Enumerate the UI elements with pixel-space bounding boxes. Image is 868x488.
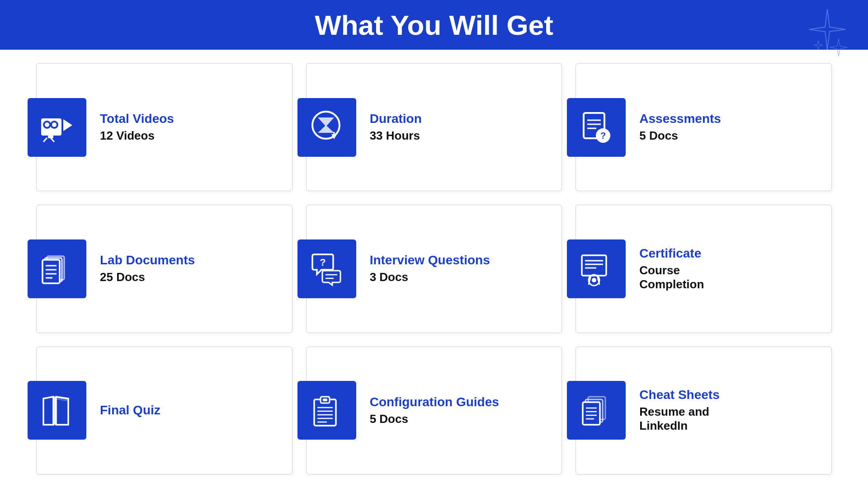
total-videos-subtitle: 12 Videos — [100, 129, 174, 143]
svg-line-6 — [43, 138, 47, 142]
final-quiz-title: Final Quiz — [100, 403, 160, 418]
lab-documents-title: Lab Documents — [100, 253, 195, 267]
configuration-guides-subtitle: 5 Docs — [370, 412, 499, 426]
duration-card: Duration 33 Hours — [306, 63, 562, 191]
svg-rect-43 — [323, 399, 327, 401]
cheat-sheets-subtitle: Resume and LinkedIn — [639, 405, 719, 433]
sheets-icon — [578, 392, 614, 428]
duration-icon-box — [297, 98, 356, 157]
clock-icon — [309, 109, 345, 145]
cheat-sheets-text: Cheat Sheets Resume and LinkedIn — [639, 388, 719, 433]
page-title: What You Will Get — [315, 9, 553, 41]
lab-documents-subtitle: 25 Docs — [100, 270, 195, 284]
svg-rect-30 — [582, 255, 606, 276]
final-quiz-icon-box — [28, 381, 86, 440]
total-videos-text: Total Videos 12 Videos — [100, 112, 174, 143]
certificate-title: Certificate — [639, 246, 704, 261]
svg-rect-51 — [583, 402, 600, 425]
svg-point-37 — [592, 278, 596, 282]
duration-subtitle: 33 Hours — [370, 129, 422, 143]
assessment-icon: ? — [578, 109, 614, 145]
assessments-subtitle: 5 Docs — [639, 129, 721, 143]
assessments-card: ? Assessments 5 Docs — [576, 63, 832, 191]
svg-line-7 — [51, 138, 54, 142]
configuration-guides-card: Configuration Guides 5 Docs — [306, 347, 562, 474]
assessments-title: Assessments — [639, 112, 721, 126]
interview-questions-card: ? Interview Questions 3 Docs — [306, 205, 562, 333]
clipboard-icon — [309, 392, 345, 428]
total-videos-card: Total Videos 12 Videos — [36, 63, 292, 191]
lab-documents-card: Lab Documents 25 Docs — [36, 205, 292, 333]
cheat-sheets-title: Cheat Sheets — [639, 388, 719, 402]
chat-icon: ? — [309, 251, 345, 287]
svg-text:?: ? — [320, 257, 326, 268]
interview-questions-subtitle: 3 Docs — [370, 270, 490, 284]
certificate-card: Certificate Course Completion — [576, 205, 832, 333]
interview-questions-icon-box: ? — [297, 239, 356, 298]
interview-questions-title: Interview Questions — [370, 253, 490, 267]
svg-point-2 — [45, 122, 49, 127]
configuration-guides-title: Configuration Guides — [370, 395, 499, 409]
page-header: What You Will Get — [0, 0, 868, 50]
total-videos-icon-box — [28, 98, 86, 157]
certificate-icon — [578, 251, 614, 287]
svg-point-4 — [52, 122, 57, 127]
certificate-text: Certificate Course Completion — [639, 246, 704, 291]
certificate-subtitle: Course Completion — [639, 263, 704, 291]
book-icon — [39, 392, 75, 428]
main-content: Total Videos 12 Videos Duration — [0, 50, 868, 488]
lab-documents-text: Lab Documents 25 Docs — [100, 253, 195, 284]
duration-title: Duration — [370, 112, 422, 126]
assessments-icon-box: ? — [567, 98, 626, 157]
cheat-sheets-card: Cheat Sheets Resume and LinkedIn — [576, 347, 832, 474]
star-decoration-icon — [778, 2, 850, 61]
svg-rect-22 — [42, 260, 60, 283]
video-icon — [39, 109, 75, 145]
interview-questions-text: Interview Questions 3 Docs — [370, 253, 490, 284]
final-quiz-text: Final Quiz — [100, 403, 160, 418]
cheat-sheets-icon-box — [567, 381, 626, 440]
assessments-text: Assessments 5 Docs — [639, 112, 721, 143]
svg-marker-11 — [318, 125, 334, 133]
svg-text:?: ? — [600, 131, 606, 141]
certificate-icon-box — [567, 239, 626, 298]
configuration-guides-text: Configuration Guides 5 Docs — [370, 395, 499, 426]
svg-marker-8 — [63, 119, 72, 131]
total-videos-title: Total Videos — [100, 112, 174, 126]
features-grid: Total Videos 12 Videos Duration — [36, 63, 832, 474]
configuration-guides-icon-box — [297, 381, 356, 440]
duration-text: Duration 33 Hours — [370, 112, 422, 143]
final-quiz-card: Final Quiz — [36, 347, 292, 474]
lab-documents-icon-box — [28, 239, 86, 298]
documents-icon — [39, 251, 75, 287]
